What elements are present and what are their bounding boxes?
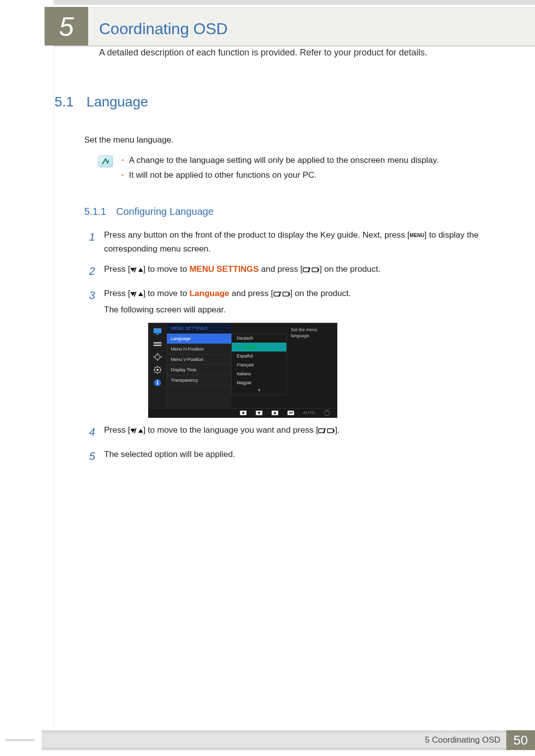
svg-point-22 xyxy=(157,369,159,371)
step-text: The selected option will be applied. xyxy=(104,448,505,465)
osd-language-option: Français xyxy=(232,360,286,369)
osd-figure: MENU SETTINGS Language Menu H-Position M… xyxy=(149,323,337,417)
auto-label: AUTO xyxy=(303,411,315,415)
svg-marker-20 xyxy=(160,356,162,358)
osd-menu-item: Transparency xyxy=(167,375,231,386)
subsection-number: 5.1.1 xyxy=(84,206,114,217)
step-text: ]. xyxy=(335,425,339,435)
step-text: Press any button on the front of the pro… xyxy=(104,230,410,240)
osd-language-option: Español xyxy=(232,352,286,360)
osd-help-text: language. xyxy=(291,333,333,339)
step-text: Press [ xyxy=(104,425,130,435)
osd-help-text: Set the menu xyxy=(291,327,333,333)
down-arrow-icon xyxy=(256,410,263,415)
osd-language-option: Italiano xyxy=(232,369,286,378)
page-number: 50 xyxy=(506,730,535,750)
down-up-icon xyxy=(130,428,143,434)
enter-source-icon xyxy=(318,428,335,434)
subsection-heading: 5.1.1 Configuring Language xyxy=(84,206,505,217)
language-keyword: Language xyxy=(189,289,229,298)
step-text: ] to move to the language you want and p… xyxy=(143,425,318,435)
picture-tab-icon xyxy=(153,327,162,335)
footer-title: 5 Coordinating OSD xyxy=(425,735,500,745)
down-up-icon xyxy=(130,291,143,297)
settings-tab-icon xyxy=(153,366,162,374)
step-item: 5 The selected option will be applied. xyxy=(84,448,505,465)
step-number: 2 xyxy=(84,262,95,280)
osd-sidebar xyxy=(149,323,167,408)
left-arrow-icon xyxy=(240,410,247,415)
step-item: 2 Press [] to move to MENU SETTINGS and … xyxy=(84,262,505,280)
content-area: 5.1 Language Set the menu language. A ch… xyxy=(54,94,505,706)
step-number: 1 xyxy=(84,228,95,255)
up-arrow-icon xyxy=(271,410,278,415)
enter-source-icon xyxy=(303,267,320,273)
top-strip xyxy=(54,0,535,7)
section-intro: Set the menu language. xyxy=(84,134,505,147)
note-icon xyxy=(98,155,113,167)
svg-marker-8 xyxy=(138,292,143,296)
menu-key-chip: MENU xyxy=(410,232,424,240)
footer-dash xyxy=(5,739,35,741)
osd-menu: MENU SETTINGS Language Menu H-Position M… xyxy=(167,323,231,408)
section-number: 5.1 xyxy=(54,94,84,110)
svg-rect-15 xyxy=(154,345,161,346)
osd-language-option: Deutsch xyxy=(232,334,286,343)
svg-rect-11 xyxy=(283,292,289,296)
section-heading: 5.1 Language xyxy=(54,94,505,110)
osd-button-bar: AUTO xyxy=(149,408,337,417)
step-text: and press [ xyxy=(259,264,303,274)
svg-rect-12 xyxy=(154,328,161,333)
step-item: 1 Press any button on the front of the p… xyxy=(84,228,505,255)
step-text: Press [ xyxy=(104,289,130,298)
svg-rect-47 xyxy=(327,429,333,433)
step-text: and press [ xyxy=(229,289,273,298)
section-title: Language xyxy=(86,94,148,109)
svg-marker-19 xyxy=(153,356,155,358)
osd-language-label: English xyxy=(242,345,257,350)
step-text: ] on the product. xyxy=(290,289,351,298)
osd-more-arrow-icon: ▾ xyxy=(232,387,286,395)
note-item: It will not be applied to other function… xyxy=(122,170,439,180)
osd-menu-item-selected: Language xyxy=(167,334,231,344)
step-tail-text: The following screen will appear. xyxy=(104,303,505,316)
osd-language-option-current: ✔English xyxy=(232,343,286,352)
step-text: ] on the product. xyxy=(320,264,380,274)
osd-menu-item: Menu V-Position xyxy=(167,354,231,365)
step-number: 5 xyxy=(84,448,95,465)
step-item: 3 Press [] to move to Language and press… xyxy=(84,287,505,316)
svg-marker-17 xyxy=(157,353,159,354)
step-text: ] to move to xyxy=(143,289,190,298)
svg-rect-33 xyxy=(157,382,158,385)
down-up-icon xyxy=(130,267,143,273)
menu-settings-keyword: MENU SETTINGS xyxy=(189,264,259,274)
svg-marker-18 xyxy=(157,359,159,361)
steps-list: 1 Press any button on the front of the p… xyxy=(84,228,505,465)
step-item: 4 Press [] to move to the language you w… xyxy=(84,423,505,441)
enter-source-icon xyxy=(273,291,290,297)
enter-icon xyxy=(287,410,294,415)
osd-menu-item: Display Time xyxy=(167,365,231,375)
note-block: A change to the language setting will on… xyxy=(98,155,505,185)
page-footer: 5 Coordinating OSD 50 xyxy=(0,730,535,754)
subsection-title: Configuring Language xyxy=(116,206,214,217)
svg-marker-44 xyxy=(138,429,143,433)
step-number: 4 xyxy=(84,423,95,441)
step-text: Press [ xyxy=(104,264,130,274)
osd-help-pane: Set the menu language. xyxy=(287,323,337,408)
svg-rect-16 xyxy=(156,355,160,359)
svg-point-32 xyxy=(157,380,158,381)
svg-rect-5 xyxy=(312,268,318,272)
info-tab-icon xyxy=(153,379,162,387)
size-tab-icon xyxy=(153,353,162,361)
svg-line-30 xyxy=(160,367,160,368)
osd-language-option: Magyar xyxy=(232,378,286,387)
chapter-title: Coordinating OSD xyxy=(99,20,228,38)
svg-line-27 xyxy=(155,367,156,368)
step-number: 3 xyxy=(84,287,95,316)
osd-submenu: Deutsch ✔English Español Français Italia… xyxy=(231,323,287,408)
svg-rect-13 xyxy=(156,334,159,335)
left-margin xyxy=(0,0,54,726)
note-list: A change to the language setting will on… xyxy=(122,155,439,185)
color-tab-icon xyxy=(153,340,162,348)
